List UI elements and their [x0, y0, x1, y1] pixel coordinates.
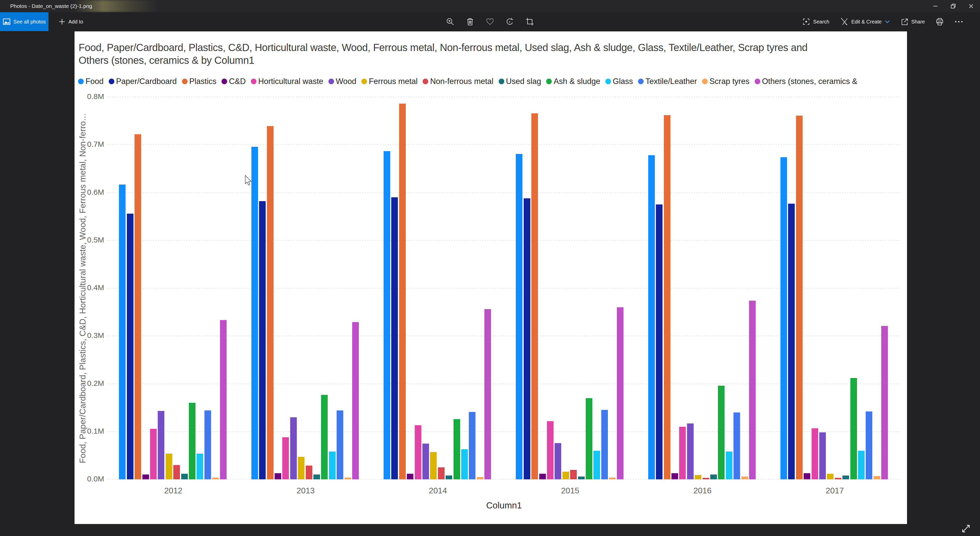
- bar-2016-used-slag: [710, 474, 717, 479]
- bar-2014-glass: [461, 449, 468, 479]
- bar-2013-ash-sludge: [321, 395, 328, 479]
- gridline: [107, 145, 901, 145]
- bar-2014-others-stones-ceramics-: [484, 309, 491, 479]
- search-button[interactable]: Search: [802, 18, 829, 25]
- y-tick-label: 0.4M: [76, 283, 104, 292]
- right-toolbar: Search Edit & Create Share: [802, 12, 963, 31]
- bar-2017-scrap-tyres: [873, 476, 880, 479]
- bar-2012-horticultural-waste: [150, 429, 157, 479]
- bar-2015-others-stones-ceramics-: [617, 307, 624, 479]
- bar-2014-non-ferrous-metal: [438, 468, 445, 479]
- x-tick-label: 2013: [278, 486, 334, 495]
- y-tick-label: 0.3M: [76, 331, 104, 340]
- bar-2012-non-ferrous-metal: [173, 465, 180, 479]
- minimize-button[interactable]: [926, 0, 944, 12]
- bar-2012-others-stones-ceramics-: [220, 320, 227, 479]
- bar-2013-wood: [290, 417, 297, 479]
- bar-2016-glass: [726, 452, 732, 479]
- bar-2014-wood: [422, 444, 429, 479]
- bar-2015-plastics: [531, 113, 538, 479]
- bar-2013-textile-leather: [337, 410, 343, 479]
- y-tick-label: 0.0M: [76, 474, 104, 483]
- bar-2017-c-d: [803, 473, 810, 479]
- bar-2015-glass: [593, 451, 600, 479]
- bar-2012-glass: [197, 453, 203, 479]
- bar-2014-plastics: [399, 103, 406, 479]
- bar-2012-plastics: [135, 134, 141, 479]
- bar-2013-scrap-tyres: [345, 477, 351, 479]
- bar-2015-textile-leather: [601, 410, 608, 479]
- bar-2016-scrap-tyres: [741, 477, 748, 479]
- bar-2013-paper-cardboard: [259, 201, 266, 479]
- bar-2016-ash-sludge: [718, 386, 724, 479]
- add-to-button[interactable]: Add to: [54, 12, 88, 31]
- crop-icon[interactable]: [525, 17, 534, 26]
- bar-2015-ferrous-metal: [563, 472, 569, 479]
- bar-2017-food: [780, 157, 787, 479]
- bar-2013-ferrous-metal: [298, 457, 304, 479]
- search-label: Search: [813, 19, 829, 25]
- bar-2016-food: [648, 155, 655, 479]
- bar-2014-ferrous-metal: [430, 452, 437, 479]
- x-tick-label: 2012: [145, 486, 201, 495]
- rotate-icon[interactable]: [506, 17, 514, 26]
- bar-2012-food: [119, 184, 126, 479]
- bar-2016-textile-leather: [733, 412, 740, 479]
- bar-2012-paper-cardboard: [127, 214, 134, 479]
- command-bar: See all photos Add to: [0, 12, 980, 31]
- bar-2015-food: [516, 154, 522, 479]
- bar-2012-ferrous-metal: [165, 453, 172, 479]
- bar-2014-c-d: [407, 474, 414, 479]
- bar-2014-ash-sludge: [453, 419, 460, 479]
- bar-2013-others-stones-ceramics-: [352, 322, 359, 479]
- bar-2017-plastics: [796, 116, 803, 479]
- bar-2015-used-slag: [578, 477, 585, 479]
- more-button[interactable]: [955, 21, 963, 23]
- share-button[interactable]: Share: [900, 18, 925, 25]
- bar-2016-paper-cardboard: [656, 204, 662, 479]
- bar-2017-horticultural-waste: [811, 428, 818, 479]
- add-to-label: Add to: [68, 19, 83, 25]
- bar-2017-ferrous-metal: [827, 474, 834, 479]
- print-button[interactable]: [935, 17, 944, 26]
- y-tick-label: 0.1M: [76, 427, 104, 436]
- bar-2014-food: [383, 151, 390, 479]
- bar-2012-scrap-tyres: [212, 477, 219, 479]
- bar-2015-horticultural-waste: [547, 421, 554, 479]
- bar-2016-plastics: [664, 115, 670, 479]
- bar-2014-paper-cardboard: [391, 197, 398, 479]
- fullscreen-button[interactable]: [960, 523, 972, 534]
- edit-create-button[interactable]: Edit & Create: [840, 17, 890, 26]
- bar-2013-non-ferrous-metal: [306, 466, 312, 479]
- bar-2012-ash-sludge: [189, 403, 196, 479]
- bar-2017-others-stones-ceramics-: [881, 326, 888, 479]
- restore-button[interactable]: [944, 0, 962, 12]
- favorite-icon[interactable]: [486, 17, 494, 26]
- share-label: Share: [912, 19, 925, 25]
- bar-2016-horticultural-waste: [679, 427, 686, 479]
- zoom-in-icon[interactable]: [446, 17, 455, 26]
- bar-2015-wood: [555, 443, 561, 479]
- bar-2015-paper-cardboard: [524, 198, 530, 479]
- bar-2013-c-d: [275, 473, 281, 479]
- bar-2014-used-slag: [445, 476, 452, 479]
- title-bar: Photos - Date_on_waste (2)-1.png: [0, 0, 980, 12]
- bar-2012-c-d: [142, 474, 149, 479]
- plus-icon: [59, 18, 65, 25]
- y-tick-label: 0.2M: [76, 379, 104, 388]
- see-all-photos-label: See all photos: [14, 19, 46, 25]
- bar-2017-paper-cardboard: [788, 204, 795, 479]
- bar-2016-non-ferrous-metal: [703, 478, 709, 479]
- close-button[interactable]: [962, 0, 980, 12]
- bar-2017-used-slag: [842, 476, 849, 479]
- bar-2017-textile-leather: [865, 412, 872, 479]
- bar-2014-textile-leather: [469, 412, 476, 479]
- bar-2016-others-stones-ceramics-: [749, 301, 756, 479]
- bar-2012-wood: [158, 411, 164, 479]
- see-all-photos-button[interactable]: See all photos: [0, 12, 48, 31]
- bar-2012-textile-leather: [204, 410, 211, 479]
- gridline: [107, 97, 901, 97]
- bar-2017-non-ferrous-metal: [835, 478, 842, 479]
- photo-chart-image: Food, Paper/Cardboard, Plastics, C&D, Ho…: [75, 32, 907, 524]
- delete-icon[interactable]: [466, 17, 474, 26]
